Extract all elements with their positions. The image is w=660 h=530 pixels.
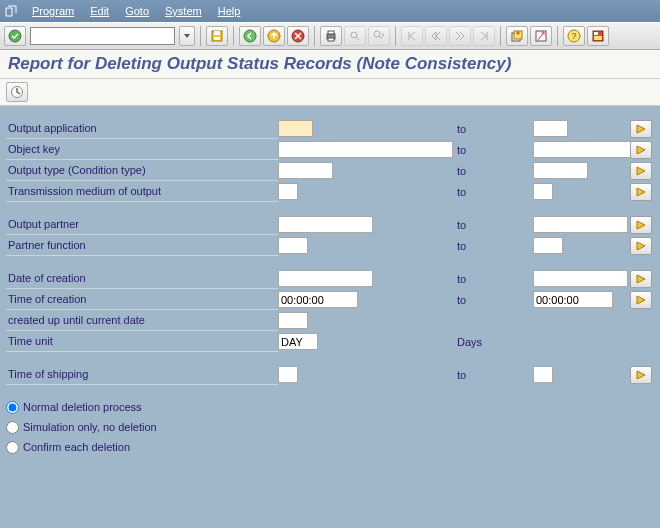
time-creation-to[interactable]	[533, 291, 613, 308]
menu-help[interactable]: Help	[210, 3, 249, 19]
svg-rect-8	[328, 31, 334, 34]
standard-toolbar: ?	[0, 22, 660, 50]
print-button[interactable]	[320, 26, 342, 46]
svg-text:?: ?	[571, 31, 576, 41]
new-session-button[interactable]	[506, 26, 528, 46]
radio-confirm-each[interactable]	[6, 441, 19, 454]
menu-bar: Program Edit Goto System Help	[0, 0, 660, 22]
multiple-selection-transmission[interactable]	[630, 183, 652, 201]
label-object-key: Object key	[6, 139, 278, 160]
shortcut-button[interactable]	[530, 26, 552, 46]
svg-rect-2	[214, 31, 220, 35]
label-time-unit: Time unit	[6, 331, 278, 352]
last-page-button	[473, 26, 495, 46]
separator	[200, 26, 201, 46]
svg-rect-21	[594, 36, 602, 40]
find-button	[344, 26, 366, 46]
radio-simulation[interactable]	[6, 421, 19, 434]
multiple-selection-object-key[interactable]	[630, 141, 652, 159]
object-key-to[interactable]	[533, 141, 638, 158]
label-time-creation: Time of creation	[6, 289, 278, 310]
multiple-selection-partner-function[interactable]	[630, 237, 652, 255]
next-page-button	[449, 26, 471, 46]
find-next-button	[368, 26, 390, 46]
partner-function-from[interactable]	[278, 237, 308, 254]
date-creation-from[interactable]	[278, 270, 373, 287]
save-button[interactable]	[206, 26, 228, 46]
svg-rect-9	[328, 38, 334, 41]
multiple-selection-time-shipping[interactable]	[630, 366, 652, 384]
selection-screen: Output application to Object key to Outp…	[0, 106, 660, 528]
multiple-selection-date-creation[interactable]	[630, 270, 652, 288]
label-created-until: created up until current date	[6, 310, 278, 331]
to-label: to	[453, 144, 533, 156]
output-partner-from[interactable]	[278, 216, 373, 233]
cancel-button[interactable]	[287, 26, 309, 46]
command-field[interactable]	[30, 27, 175, 45]
separator	[314, 26, 315, 46]
menu-edit[interactable]: Edit	[82, 3, 117, 19]
time-shipping-to[interactable]	[533, 366, 553, 383]
label-output-application: Output application	[6, 118, 278, 139]
partner-function-to[interactable]	[533, 237, 563, 254]
to-label: to	[453, 165, 533, 177]
menu-goto[interactable]: Goto	[117, 3, 157, 19]
to-label: to	[453, 273, 533, 285]
title-area: Report for Deleting Output Status Record…	[0, 50, 660, 79]
object-key-from[interactable]	[278, 141, 453, 158]
multiple-selection-output-application[interactable]	[630, 120, 652, 138]
help-button[interactable]: ?	[563, 26, 585, 46]
date-creation-to[interactable]	[533, 270, 628, 287]
svg-point-4	[244, 30, 256, 42]
to-label: to	[453, 123, 533, 135]
to-label: to	[453, 369, 533, 381]
prev-page-button	[425, 26, 447, 46]
separator	[233, 26, 234, 46]
svg-rect-3	[214, 37, 220, 40]
session-icon[interactable]	[4, 4, 18, 18]
label-partner-function: Partner function	[6, 235, 278, 256]
radio-label-normal: Normal deletion process	[23, 401, 142, 413]
output-type-from[interactable]	[278, 162, 333, 179]
exit-button[interactable]	[263, 26, 285, 46]
back-button[interactable]	[239, 26, 261, 46]
menu-program[interactable]: Program	[24, 3, 82, 19]
command-dropdown[interactable]	[179, 26, 195, 46]
radio-normal-deletion[interactable]	[6, 401, 19, 414]
output-application-from[interactable]	[278, 120, 313, 137]
to-label: to	[453, 219, 533, 231]
execute-button[interactable]	[6, 82, 28, 102]
transmission-to[interactable]	[533, 183, 553, 200]
separator	[395, 26, 396, 46]
separator	[500, 26, 501, 46]
svg-line-11	[356, 37, 359, 40]
label-output-type: Output type (Condition type)	[6, 160, 278, 181]
label-date-creation: Date of creation	[6, 268, 278, 289]
label-transmission: Transmission medium of output	[6, 181, 278, 202]
radio-label-simulation: Simulation only, no deletion	[23, 421, 157, 433]
multiple-selection-output-type[interactable]	[630, 162, 652, 180]
output-application-to[interactable]	[533, 120, 568, 137]
time-creation-from[interactable]	[278, 291, 358, 308]
radio-label-confirm: Confirm each deletion	[23, 441, 130, 453]
first-page-button	[401, 26, 423, 46]
layout-button[interactable]	[587, 26, 609, 46]
menu-system[interactable]: System	[157, 3, 210, 19]
multiple-selection-output-partner[interactable]	[630, 216, 652, 234]
output-partner-to[interactable]	[533, 216, 628, 233]
time-unit-input[interactable]	[278, 333, 318, 350]
svg-rect-20	[594, 32, 598, 35]
time-shipping-from[interactable]	[278, 366, 298, 383]
transmission-from[interactable]	[278, 183, 298, 200]
label-output-partner: Output partner	[6, 214, 278, 235]
to-label: to	[453, 294, 533, 306]
created-until-input[interactable]	[278, 312, 308, 329]
days-label: Days	[453, 336, 533, 348]
separator	[557, 26, 558, 46]
output-type-to[interactable]	[533, 162, 588, 179]
enter-button[interactable]	[4, 26, 26, 46]
label-time-shipping: Time of shipping	[6, 364, 278, 385]
multiple-selection-time-creation[interactable]	[630, 291, 652, 309]
page-title: Report for Deleting Output Status Record…	[8, 54, 652, 74]
to-label: to	[453, 240, 533, 252]
